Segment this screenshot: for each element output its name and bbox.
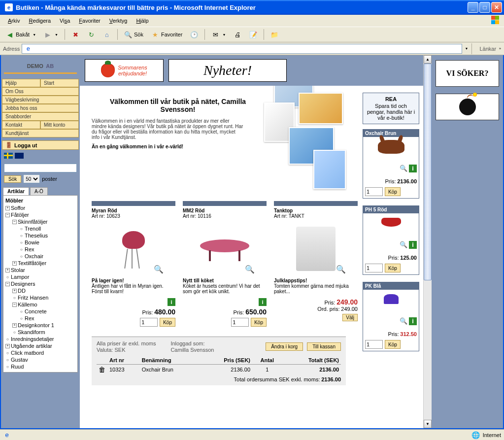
history-button[interactable]: 🕑 bbox=[187, 30, 201, 39]
scrollbar-vertical[interactable]: ▲ ▼ bbox=[423, 55, 432, 428]
print-button[interactable]: 🖨 bbox=[231, 30, 244, 39]
menu-arkiv[interactable]: Arkiv bbox=[4, 17, 24, 25]
favorites-button[interactable]: ★Favoriter bbox=[148, 30, 185, 39]
back-button[interactable]: ◀Bakåt▼ bbox=[3, 30, 39, 39]
address-input[interactable]: e bbox=[22, 44, 462, 54]
qty-input[interactable] bbox=[365, 187, 383, 196]
tree-rex[interactable]: ○Rex bbox=[5, 246, 75, 253]
tree-dd[interactable]: +DD bbox=[5, 287, 75, 294]
buy-button[interactable]: Köp bbox=[385, 187, 401, 196]
tab-aoe[interactable]: A-Ö bbox=[30, 187, 48, 195]
folder-button[interactable]: 📁 bbox=[268, 30, 281, 39]
nav-start[interactable]: Start bbox=[40, 79, 79, 87]
scroll-up-button[interactable]: ▲ bbox=[424, 55, 432, 64]
menu-favoriter[interactable]: Favoriter bbox=[75, 17, 104, 25]
home-button[interactable]: ⌂ bbox=[100, 30, 114, 39]
product-thumb[interactable] bbox=[365, 139, 417, 164]
tree-oxchair[interactable]: ○Oxchair bbox=[5, 253, 75, 260]
magnify-icon[interactable]: 🔍 bbox=[400, 165, 407, 174]
search-button[interactable]: 🔍Sök bbox=[121, 30, 146, 39]
tree-gustav[interactable]: ○Gustav bbox=[5, 356, 75, 363]
info-icon[interactable]: i bbox=[409, 165, 417, 172]
stop-button[interactable]: ✖ bbox=[68, 30, 82, 39]
magnify-icon[interactable]: 🔍 bbox=[245, 265, 255, 274]
forward-button[interactable]: ▶▼ bbox=[41, 30, 61, 39]
magnify-icon[interactable]: 🔍 bbox=[400, 241, 407, 251]
qty-input[interactable] bbox=[231, 318, 249, 327]
product-thumb[interactable] bbox=[365, 292, 417, 316]
buy-button[interactable]: Köp bbox=[385, 264, 401, 272]
menu-redigera[interactable]: Redigera bbox=[25, 17, 55, 25]
nav-kontakt[interactable]: Kontakt bbox=[2, 121, 40, 129]
info-icon[interactable]: i bbox=[409, 241, 417, 249]
poster-count-select[interactable]: 50 bbox=[23, 174, 40, 183]
search-input[interactable] bbox=[4, 164, 77, 172]
tree-soffor[interactable]: +Soffor bbox=[5, 204, 75, 211]
nav-kund[interactable]: Kundtjänst bbox=[2, 129, 79, 137]
checkout-button[interactable]: Till kassan bbox=[307, 342, 341, 351]
magnify-icon[interactable]: 🔍 bbox=[154, 265, 164, 274]
nav-vag[interactable]: Vägbeskrivning bbox=[2, 96, 79, 104]
search-submit[interactable]: Sök bbox=[4, 175, 21, 183]
nav-mitt[interactable]: Mitt konto bbox=[40, 121, 79, 129]
tree-skinn[interactable]: −Skinnfåtöljer bbox=[5, 218, 75, 225]
tree-trenoll[interactable]: ○Trenoll bbox=[5, 225, 75, 232]
magnify-icon[interactable]: 🔍 bbox=[400, 317, 407, 327]
refresh-button[interactable]: ↻ bbox=[84, 30, 98, 39]
tree-designers[interactable]: −Designers bbox=[5, 280, 75, 287]
flag-sweden[interactable] bbox=[4, 153, 13, 159]
buy-button[interactable]: Köp bbox=[160, 318, 175, 327]
tree-kallemo[interactable]: −Källemo bbox=[5, 301, 75, 308]
tree-textil[interactable]: +Textilfåtöljer bbox=[5, 260, 75, 267]
tree-skandiform[interactable]: ○Skandiform bbox=[5, 329, 75, 336]
product-thumb[interactable] bbox=[365, 215, 417, 240]
info-icon[interactable]: i bbox=[168, 298, 175, 306]
qty-input[interactable] bbox=[365, 340, 383, 349]
nav-jobba[interactable]: Jobba hos oss bbox=[2, 104, 79, 112]
scroll-down-button[interactable]: ▼ bbox=[424, 420, 432, 428]
banner-bomb[interactable] bbox=[436, 94, 499, 120]
info-icon[interactable]: i bbox=[259, 298, 267, 306]
magnify-icon[interactable]: 🔍 bbox=[336, 265, 346, 274]
tree-ruud[interactable]: ○Ruud bbox=[5, 363, 75, 370]
product-image[interactable]: 🔍 bbox=[274, 222, 358, 276]
menu-verktyg[interactable]: Verktyg bbox=[105, 17, 132, 25]
close-button[interactable]: ✕ bbox=[491, 2, 502, 13]
address-dropdown[interactable]: ▼ bbox=[465, 47, 469, 50]
tree-fatoljer[interactable]: −Fåtöljer bbox=[5, 211, 75, 218]
tree-concrete[interactable]: ○Concrete bbox=[5, 308, 75, 315]
tree-theselius[interactable]: ○Theselius bbox=[5, 232, 75, 239]
buy-button[interactable]: Köp bbox=[251, 318, 267, 327]
flag-uk[interactable] bbox=[15, 153, 24, 159]
tree-stolar[interactable]: +Stolar bbox=[5, 267, 75, 273]
banner-visoker[interactable]: VI SÖKER? bbox=[436, 60, 499, 87]
choose-button[interactable]: Välj bbox=[342, 314, 358, 321]
scroll-thumb[interactable] bbox=[424, 64, 432, 280]
tree-rex2[interactable]: ○Rex bbox=[5, 315, 75, 322]
tree-bowie[interactable]: ○Bowie bbox=[5, 239, 75, 246]
qty-input[interactable] bbox=[140, 318, 158, 327]
info-icon[interactable]: i bbox=[409, 317, 417, 325]
logout-button[interactable]: 🚪Logga ut bbox=[2, 140, 79, 150]
nav-hjalp[interactable]: Hjälp bbox=[2, 79, 40, 87]
edit-cart-button[interactable]: Ändra i korg bbox=[266, 342, 303, 351]
minimize-button[interactable]: _ bbox=[468, 2, 478, 13]
nav-omoss[interactable]: Om Oss bbox=[2, 87, 79, 96]
tree-lampor[interactable]: ○Lampor bbox=[5, 273, 75, 280]
nav-snabb[interactable]: Snabborder bbox=[2, 112, 79, 121]
tree-utg[interactable]: +Utgående artiklar bbox=[5, 342, 75, 349]
tab-artiklar[interactable]: Artiklar bbox=[3, 187, 29, 195]
menu-hjalp[interactable]: Hjälp bbox=[132, 17, 152, 25]
tree-click[interactable]: ○Click matbord bbox=[5, 349, 75, 356]
qty-input[interactable] bbox=[365, 264, 383, 272]
buy-button[interactable]: Köp bbox=[385, 340, 401, 349]
product-image[interactable]: 🔍 bbox=[183, 222, 267, 276]
delete-row-icon[interactable]: 🗑 bbox=[97, 365, 107, 375]
banner-sommar[interactable]: Sommarens erbjudande! bbox=[85, 59, 164, 82]
product-image[interactable]: 🔍 bbox=[92, 222, 175, 276]
tree-fritz[interactable]: ○Fritz Hansen bbox=[5, 294, 75, 301]
menu-visa[interactable]: Visa bbox=[56, 17, 74, 25]
links-label[interactable]: Länkar bbox=[479, 46, 496, 52]
banner-nyheter[interactable]: Nyheter! bbox=[168, 59, 287, 82]
tree-inred[interactable]: ○Inredningsdetaljer bbox=[5, 336, 75, 342]
